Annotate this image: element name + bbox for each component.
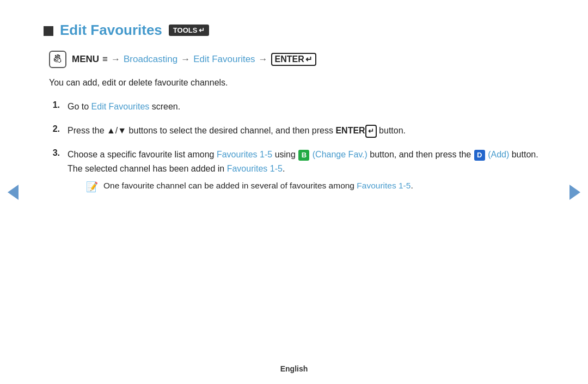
step-3-favs-2: Favourites 1-5	[227, 164, 283, 173]
step-3-number: 3.	[49, 148, 60, 158]
step-2-content: Press the ▲/▼ buttons to select the desi…	[68, 124, 406, 138]
tools-icon: ↵	[199, 26, 205, 34]
title-square-icon	[44, 26, 53, 36]
note-icon: 📝	[86, 179, 98, 195]
step-3-content: Choose a specific favourite list among F…	[68, 148, 544, 194]
step-2: 2. Press the ▲/▼ buttons to select the d…	[49, 124, 544, 138]
menu-lines-icon: ≡	[102, 54, 108, 65]
breadcrumb-arrow-2: →	[181, 54, 190, 65]
tools-label: TOOLS	[173, 26, 198, 34]
enter-return-icon: ↵	[305, 54, 313, 64]
step-1-number: 1.	[49, 100, 60, 110]
footer-text: English	[280, 364, 308, 373]
step-3-favs-1: Favourites 1-5	[217, 150, 272, 159]
green-b-badge: B	[298, 150, 309, 161]
step-1: 1. Go to Edit Favourites screen.	[49, 100, 544, 114]
breadcrumb-link-editfavourites: Edit Favourites	[193, 54, 255, 65]
breadcrumb: 🖏 MENU ≡ → Broadcasting → Edit Favourite…	[44, 51, 544, 68]
tools-badge: TOOLS↵	[169, 25, 210, 36]
step-1-content: Go to Edit Favourites screen.	[68, 100, 180, 114]
step-1-link-editfav: Edit Favourites	[91, 102, 150, 111]
step-2-enter-text: ENTER	[335, 126, 365, 135]
enter-badge: ENTER↵	[271, 53, 316, 66]
steps-container: 1. Go to Edit Favourites screen. 2. Pres…	[44, 100, 544, 194]
page-title: Edit Favourites	[60, 22, 162, 39]
menu-hand-icon: 🖏	[53, 54, 63, 65]
page-container: Edit Favourites TOOLS↵ 🖏 MENU ≡ → Broadc…	[0, 0, 588, 384]
menu-icon-box: 🖏	[49, 51, 66, 68]
blue-d-badge: D	[474, 150, 485, 161]
breadcrumb-menu: MENU	[72, 54, 99, 65]
step-2-number: 2.	[49, 124, 60, 134]
breadcrumb-arrow-3: →	[259, 54, 268, 65]
step-2-enter-badge: ↵	[365, 125, 377, 138]
step-3: 3. Choose a specific favourite list amon…	[49, 148, 544, 194]
nav-arrow-left[interactable]	[5, 185, 21, 200]
enter-label: ENTER	[275, 54, 304, 64]
note-favs-link: Favourites 1-5	[357, 181, 411, 190]
nav-arrow-right[interactable]	[567, 185, 583, 200]
step-3-change-fav: (Change Fav.)	[313, 150, 367, 159]
note-content: One favourite channel can be added in se…	[103, 179, 413, 193]
note-row: 📝 One favourite channel can be added in …	[86, 179, 544, 195]
description-text: You can add, edit or delete favourite ch…	[44, 78, 544, 88]
breadcrumb-link-broadcasting: Broadcasting	[124, 54, 177, 65]
footer: English	[0, 364, 588, 373]
breadcrumb-arrow-1: →	[111, 54, 120, 65]
title-row: Edit Favourites TOOLS↵	[44, 22, 544, 39]
step-3-add: (Add)	[488, 150, 509, 159]
